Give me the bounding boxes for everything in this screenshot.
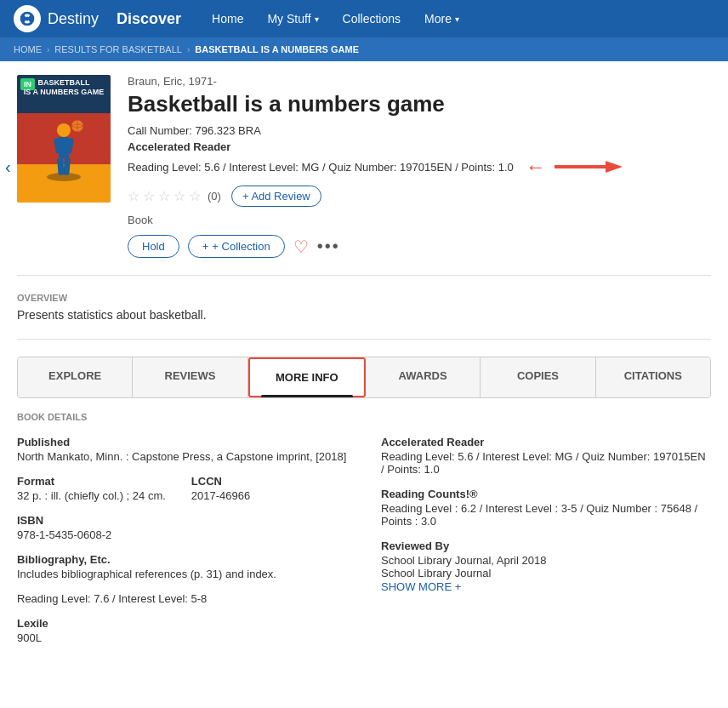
- breadcrumb-results[interactable]: RESULTS FOR BASKETBALL: [54, 44, 182, 54]
- brand-name-destiny: Destiny: [48, 10, 99, 28]
- book-header: ‹ IN BASKETBALLIS A NUMBERS GAME: [17, 75, 711, 258]
- isbn-label: ISBN: [17, 514, 347, 527]
- nav-more[interactable]: More ▾: [414, 5, 469, 32]
- navbar: Destiny Discover Home My Stuff ▾ Collect…: [0, 0, 728, 37]
- add-review-button[interactable]: + Add Review: [231, 186, 321, 207]
- svg-point-2: [57, 123, 71, 137]
- nav-home[interactable]: Home: [202, 5, 253, 32]
- detail-reading-level: Reading Level: 7.6 / Interest Level: 5-8: [17, 592, 347, 605]
- favorite-button[interactable]: ♡: [293, 237, 309, 257]
- lccn-label: LCCN: [191, 475, 250, 488]
- book-cover: IN BASKETBALLIS A NUMBERS GAME: [17, 75, 111, 203]
- book-details-label: BOOK DETAILS: [17, 412, 711, 422]
- bibliography-label: Bibliography, Etc.: [17, 553, 347, 566]
- overview-label: OVERVIEW: [17, 293, 711, 303]
- breadcrumb: HOME › RESULTS FOR BASKETBALL › BASKETBA…: [0, 37, 728, 61]
- brand-name-discover: Discover: [117, 10, 181, 28]
- detail-isbn: ISBN 978-1-5435-0608-2: [17, 514, 347, 541]
- book-ar-label: Accelerated Reader: [128, 140, 711, 153]
- published-label: Published: [17, 436, 347, 448]
- main-content: ‹ IN BASKETBALLIS A NUMBERS GAME: [0, 61, 728, 683]
- overview-divider: [17, 339, 711, 340]
- detail-lexile: Lexile 900L: [17, 617, 347, 644]
- book-details-section: BOOK DETAILS Published North Mankato, Mi…: [17, 398, 711, 670]
- bibliography-value: Includes bibliographical references (p. …: [17, 568, 347, 580]
- book-info: Braun, Eric, 1971- Basketball is a numbe…: [128, 75, 711, 258]
- detail-published: Published North Mankato, Minn. : Capston…: [17, 436, 347, 463]
- hold-button[interactable]: Hold: [128, 235, 179, 258]
- details-left-column: Published North Mankato, Minn. : Capston…: [17, 436, 347, 656]
- nav-links: Home My Stuff ▾ Collections More ▾: [202, 5, 469, 32]
- reviewed-value2: School Library Journal: [381, 567, 711, 580]
- ar-right-label: Accelerated Reader: [381, 436, 711, 448]
- red-arrow-svg: [555, 157, 623, 176]
- detail-format-lccn: Format 32 p. : ill. (chiefly col.) ; 24 …: [17, 475, 347, 502]
- reading-level-value: Reading Level: 7.6 / Interest Level: 5-8: [17, 592, 347, 605]
- lexile-value: 900L: [17, 631, 347, 644]
- cover-illustration: [38, 109, 89, 186]
- star-2[interactable]: ☆: [143, 188, 155, 204]
- details-right-column: Accelerated Reader Reading Level: 5.6 / …: [381, 436, 711, 656]
- book-cover-title-text: BASKETBALLIS A NUMBERS GAME: [20, 78, 107, 97]
- reviewed-label: Reviewed By: [381, 540, 711, 552]
- content-tabs: EXPLORE REVIEWS MORE INFO AWARDS COPIES …: [17, 357, 711, 398]
- rc-label: Reading Counts!®: [381, 488, 711, 500]
- details-grid: Published North Mankato, Minn. : Capston…: [17, 436, 711, 656]
- svg-point-0: [20, 12, 35, 26]
- tab-copies[interactable]: COPIES: [481, 357, 595, 397]
- show-more-link[interactable]: SHOW MORE +: [381, 580, 461, 593]
- detail-ar: Accelerated Reader Reading Level: 5.6 / …: [381, 436, 711, 476]
- book-title: Basketball is a numbers game: [128, 91, 711, 117]
- book-author: Braun, Eric, 1971-: [128, 75, 711, 88]
- book-ar-text: Reading Level: 5.6 / Interest Level: MG …: [128, 155, 711, 179]
- book-cover-wrap: ‹ IN BASKETBALLIS A NUMBERS GAME: [17, 75, 111, 258]
- tab-explore[interactable]: EXPLORE: [18, 357, 133, 397]
- detail-rc: Reading Counts!® Reading Level : 6.2 / I…: [381, 488, 711, 528]
- collection-plus-icon: +: [202, 240, 209, 253]
- header-divider: [17, 275, 711, 276]
- rc-value: Reading Level : 6.2 / Interest Level : 3…: [381, 502, 711, 528]
- svg-rect-7: [63, 157, 71, 175]
- star-rating: ☆ ☆ ☆ ☆ ☆ (0) + Add Review: [128, 186, 711, 207]
- brand-logo[interactable]: Destiny Discover: [14, 5, 181, 32]
- book-call-number: Call Number: 796.323 BRA: [128, 124, 711, 137]
- breadcrumb-home[interactable]: HOME: [14, 44, 42, 54]
- format-value: 32 p. : ill. (chiefly col.) ; 24 cm.: [17, 489, 166, 502]
- svg-rect-6: [57, 157, 65, 175]
- more-options-button[interactable]: •••: [317, 237, 340, 256]
- nav-mystuff[interactable]: My Stuff ▾: [257, 5, 328, 32]
- breadcrumb-sep1: ›: [47, 45, 49, 54]
- action-buttons: Hold + + Collection ♡ •••: [128, 235, 711, 258]
- red-arrow-indicator: ←: [526, 155, 546, 179]
- tab-awards[interactable]: AWARDS: [366, 357, 481, 397]
- overview-section: OVERVIEW Presents statistics about baske…: [17, 293, 711, 322]
- book-cover-inner: IN BASKETBALLIS A NUMBERS GAME: [17, 75, 111, 203]
- published-value: North Mankato, Minn. : Capstone Press, a…: [17, 450, 347, 463]
- star-count: (0): [208, 190, 221, 203]
- ar-right-value: Reading Level: 5.6 / Interest Level: MG …: [381, 450, 711, 476]
- breadcrumb-sep2: ›: [187, 45, 190, 54]
- star-3[interactable]: ☆: [158, 188, 170, 204]
- back-arrow[interactable]: ‹: [5, 157, 11, 176]
- reviewed-value1: School Library Journal, April 2018: [381, 554, 711, 567]
- star-1[interactable]: ☆: [128, 188, 139, 204]
- add-to-collection-button[interactable]: + + Collection: [188, 235, 285, 258]
- tab-reviews[interactable]: REVIEWS: [133, 357, 247, 397]
- isbn-value: 978-1-5435-0608-2: [17, 528, 347, 541]
- star-5[interactable]: ☆: [189, 188, 201, 204]
- lccn-value: 2017-46966: [191, 489, 250, 502]
- brand-icon: [14, 5, 41, 32]
- tab-more-info[interactable]: MORE INFO: [248, 357, 366, 397]
- more-caret: ▾: [455, 14, 459, 24]
- breadcrumb-current: BASKETBALL IS A NUMBERS GAME: [195, 44, 359, 54]
- format-label: Format: [17, 475, 166, 488]
- detail-reviewed: Reviewed By School Library Journal, Apri…: [381, 540, 711, 593]
- overview-text: Presents statistics about basketball.: [17, 308, 711, 322]
- detail-bibliography: Bibliography, Etc. Includes bibliographi…: [17, 553, 347, 580]
- book-type: Book: [128, 214, 711, 226]
- svg-marker-11: [606, 161, 623, 173]
- star-4[interactable]: ☆: [173, 188, 185, 204]
- nav-collections[interactable]: Collections: [333, 5, 411, 32]
- tab-citations[interactable]: CITATIONS: [596, 357, 710, 397]
- mystuff-caret: ▾: [315, 14, 319, 24]
